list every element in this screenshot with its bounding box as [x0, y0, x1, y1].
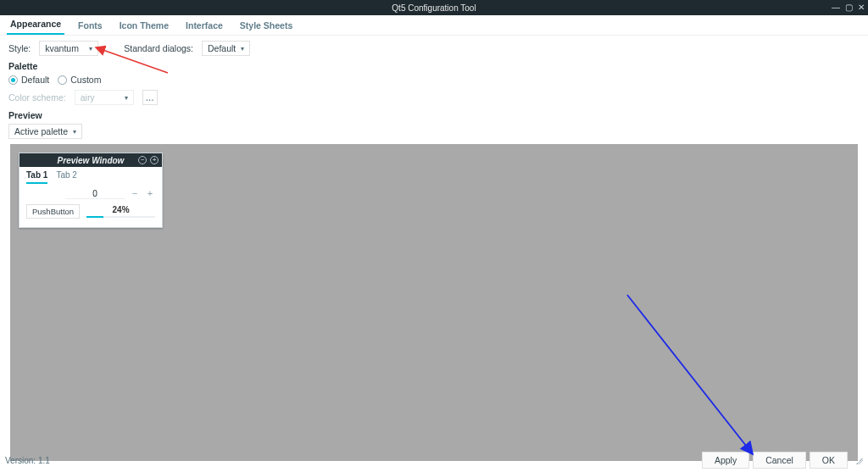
cancel-button[interactable]: Cancel: [753, 452, 806, 469]
radio-custom[interactable]: Custom: [58, 75, 101, 85]
style-combo[interactable]: kvantum ▾: [39, 41, 98, 56]
maximize-icon[interactable]: ▢: [845, 3, 853, 12]
preview-section-title: Preview: [8, 110, 860, 120]
preview-window-titlebar: Preview Window − +: [19, 153, 162, 167]
tab-appearance[interactable]: Appearance: [7, 15, 64, 35]
active-palette-combo[interactable]: Active palette ▾: [8, 124, 82, 139]
radio-default-label: Default: [21, 75, 49, 85]
radio-dot-icon: [8, 75, 18, 85]
minus-icon[interactable]: −: [138, 156, 147, 164]
tab-fonts[interactable]: Fonts: [75, 17, 106, 35]
preview-progressbar: 24%: [86, 205, 155, 218]
ok-button[interactable]: OK: [810, 452, 848, 469]
preview-window: Preview Window − + Tab 1 Tab 2 0 − + Pus…: [19, 153, 163, 228]
radio-default[interactable]: Default: [8, 75, 49, 85]
palette-section-title: Palette: [8, 61, 860, 71]
close-icon[interactable]: ✕: [858, 3, 865, 12]
standard-dialogs-value: Default: [208, 43, 236, 53]
radio-custom-label: Custom: [70, 75, 101, 85]
preview-pushbutton[interactable]: PushButton: [26, 204, 80, 219]
tab-style-sheets[interactable]: Style Sheets: [236, 17, 296, 35]
progress-percent: 24%: [86, 205, 155, 214]
style-combo-value: kvantum: [45, 43, 79, 53]
tab-icon-theme[interactable]: Icon Theme: [116, 17, 172, 35]
tab-interface[interactable]: Interface: [182, 17, 226, 35]
chevron-down-icon: ▾: [241, 45, 244, 53]
main-tabstrip: Appearance Fonts Icon Theme Interface St…: [0, 15, 868, 36]
preview-window-title: Preview Window: [58, 156, 125, 165]
plus-icon[interactable]: +: [150, 156, 159, 164]
color-scheme-label: Color scheme:: [8, 92, 66, 103]
preview-tab-2[interactable]: Tab 2: [56, 170, 76, 184]
chevron-down-icon: ▾: [89, 45, 92, 53]
spin-value[interactable]: 0: [65, 189, 125, 199]
apply-button[interactable]: Apply: [702, 452, 749, 469]
window-title: Qt5 Configuration Tool: [392, 3, 476, 13]
preview-tab-1[interactable]: Tab 1: [26, 170, 47, 184]
style-label: Style:: [8, 43, 31, 53]
standard-dialogs-label: Standard dialogs:: [124, 43, 193, 53]
spin-down-button[interactable]: −: [130, 189, 140, 199]
color-scheme-value: airy: [81, 92, 95, 103]
footer: Version: 1.1 Apply Cancel OK: [0, 452, 868, 469]
spin-up-button[interactable]: +: [145, 189, 155, 199]
minimize-icon[interactable]: —: [832, 3, 840, 12]
preview-canvas: Preview Window − + Tab 1 Tab 2 0 − + Pus…: [10, 144, 858, 461]
color-scheme-combo: airy ▾: [75, 90, 134, 105]
color-scheme-browse-button[interactable]: ...: [142, 90, 158, 105]
chevron-down-icon: ▾: [125, 94, 128, 102]
resize-grip-icon[interactable]: [854, 456, 863, 464]
standard-dialogs-combo[interactable]: Default ▾: [202, 41, 250, 56]
chevron-down-icon: ▾: [73, 128, 76, 136]
radio-dot-icon: [58, 75, 67, 85]
version-label: Version: 1.1: [5, 456, 50, 465]
active-palette-value: Active palette: [14, 126, 68, 136]
titlebar: Qt5 Configuration Tool — ▢ ✕: [0, 0, 868, 15]
